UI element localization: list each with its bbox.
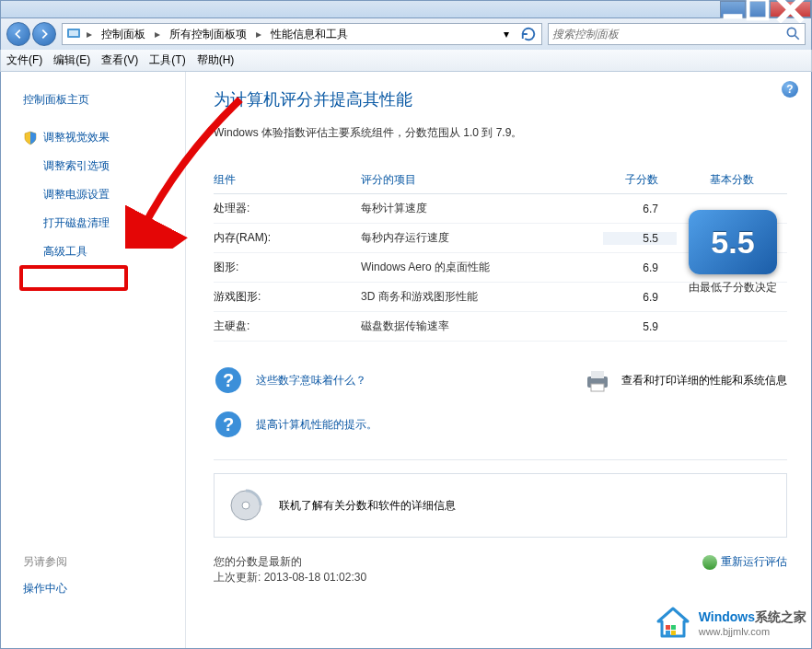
- divider: [214, 459, 787, 460]
- content-pane: ? 为计算机评分并提高其性能 Windows 体验指数评估主要系统组件，分数范围…: [185, 72, 811, 648]
- sidebar-item-indexing[interactable]: 调整索引选项: [23, 158, 172, 174]
- chevron-right-icon: ▸: [153, 28, 162, 41]
- last-update-value: 2013-08-18 01:02:30: [264, 571, 366, 584]
- search-box[interactable]: [548, 23, 806, 45]
- see-also-action-center[interactable]: 操作中心: [23, 581, 172, 597]
- base-score-box: 5.5 由最低子分数决定: [682, 210, 783, 296]
- house-icon: [655, 605, 691, 642]
- sidebar-item-advanced-tools[interactable]: 高级工具: [23, 244, 172, 260]
- online-info-box: 联机了解有关分数和软件的详细信息: [214, 473, 787, 538]
- chevron-right-icon: ▸: [85, 28, 94, 41]
- nav-forward-button[interactable]: [32, 22, 56, 46]
- printer-icon: [583, 365, 612, 395]
- base-score-badge: 5.5: [689, 210, 777, 274]
- refresh-icon[interactable]: [519, 25, 538, 43]
- watermark: Windows系统之家 www.bjjmlv.com: [655, 605, 806, 642]
- control-panel-icon: [66, 27, 81, 41]
- sidebar-item-disk-cleanup[interactable]: 打开磁盘清理: [23, 215, 172, 231]
- question-icon: ?: [214, 410, 243, 439]
- question-icon: ?: [214, 365, 243, 395]
- see-also-heading: 另请参阅: [23, 554, 172, 570]
- menu-view[interactable]: 查看(V): [101, 52, 138, 68]
- sidebar-item-label: 高级工具: [43, 244, 87, 260]
- rerun-assessment-link[interactable]: 重新运行评估: [702, 554, 787, 570]
- sidebar-control-panel-home[interactable]: 控制面板主页: [23, 92, 172, 108]
- search-icon[interactable]: [784, 25, 801, 44]
- page-title: 为计算机评分并提高其性能: [214, 88, 787, 110]
- sidebar-item-label: 调整视觉效果: [43, 130, 110, 145]
- svg-rect-0: [724, 14, 743, 18]
- maximize-button[interactable]: [745, 1, 771, 17]
- svg-text:?: ?: [223, 414, 234, 435]
- sidebar-item-label: 打开磁盘清理: [43, 215, 110, 231]
- svg-rect-1: [748, 0, 768, 18]
- last-update-label: 上次更新:: [214, 571, 261, 584]
- search-input[interactable]: [552, 28, 784, 41]
- shield-icon: [23, 131, 38, 145]
- breadcrumb-item[interactable]: 控制面板: [98, 25, 149, 44]
- disc-icon: [227, 487, 264, 524]
- table-row: 主硬盘: 磁盘数据传输速率 5.9: [214, 312, 787, 342]
- sidebar-item-label: 调整电源设置: [43, 187, 110, 203]
- chevron-right-icon: ▸: [254, 28, 263, 41]
- sidebar: 控制面板主页 调整视觉效果 调整索引选项 调整电源设置 打开磁盘清理 高级工具 …: [1, 72, 185, 648]
- footer: 重新运行评估 您的分数是最新的 上次更新: 2013-08-18 01:02:3…: [214, 554, 787, 585]
- link-what-numbers-mean[interactable]: 这些数字意味着什么？: [256, 373, 366, 388]
- svg-point-4: [787, 28, 795, 36]
- breadcrumb-item[interactable]: 性能信息和工具: [267, 25, 352, 44]
- menu-file[interactable]: 文件(F): [6, 52, 42, 68]
- link-view-print-details[interactable]: 查看和打印详细的性能和系统信息: [621, 373, 787, 388]
- svg-point-13: [242, 502, 249, 509]
- col-header-component: 组件: [214, 172, 361, 188]
- menu-edit[interactable]: 编辑(E): [53, 52, 90, 68]
- base-score-label: 由最低子分数决定: [682, 280, 783, 296]
- minimize-button[interactable]: [720, 1, 746, 17]
- svg-text:?: ?: [223, 370, 234, 390]
- annotation-highlight-box: [19, 265, 128, 291]
- help-icon[interactable]: ?: [782, 81, 798, 98]
- dropdown-icon[interactable]: ▾: [497, 25, 516, 43]
- svg-rect-3: [69, 30, 78, 36]
- sidebar-item-visual-effects[interactable]: 调整视觉效果: [23, 130, 172, 145]
- breadcrumb-bar[interactable]: ▸ 控制面板 ▸ 所有控制面板项 ▸ 性能信息和工具 ▾: [62, 23, 542, 45]
- col-header-subscore: 子分数: [603, 172, 677, 188]
- refresh-badge-icon: [702, 555, 717, 570]
- svg-rect-16: [666, 631, 670, 635]
- menu-tools[interactable]: 工具(T): [149, 52, 185, 68]
- score-uptodate-text: 您的分数是最新的: [214, 554, 787, 570]
- svg-rect-14: [666, 625, 670, 630]
- link-performance-tips[interactable]: 提高计算机性能的提示。: [256, 417, 377, 433]
- svg-rect-8: [591, 371, 604, 378]
- col-header-rated: 评分的项目: [361, 172, 603, 188]
- window-titlebar: [0, 0, 812, 18]
- close-button[interactable]: [770, 1, 811, 17]
- nav-back-button[interactable]: [6, 22, 30, 46]
- address-bar-row: ▸ 控制面板 ▸ 所有控制面板项 ▸ 性能信息和工具 ▾: [0, 18, 812, 50]
- svg-rect-9: [591, 384, 604, 391]
- col-header-base: 基本分数: [677, 172, 787, 188]
- link-online-info[interactable]: 联机了解有关分数和软件的详细信息: [279, 498, 456, 514]
- menu-bar: 文件(F) 编辑(E) 查看(V) 工具(T) 帮助(H): [0, 50, 812, 72]
- page-subtitle: Windows 体验指数评估主要系统组件，分数范围从 1.0 到 7.9。: [214, 125, 787, 141]
- svg-rect-15: [671, 625, 676, 630]
- sidebar-item-power[interactable]: 调整电源设置: [23, 187, 172, 203]
- menu-help[interactable]: 帮助(H): [197, 52, 235, 68]
- sidebar-item-label: 调整索引选项: [43, 158, 110, 174]
- breadcrumb-item[interactable]: 所有控制面板项: [166, 25, 250, 44]
- svg-rect-17: [671, 631, 676, 635]
